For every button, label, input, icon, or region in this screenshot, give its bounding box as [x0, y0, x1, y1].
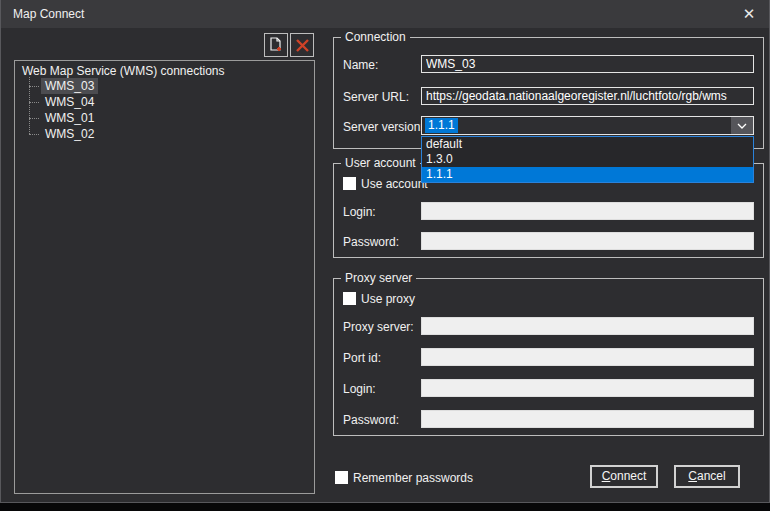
version-dropdown-list: default 1.3.0 1.1.1 — [421, 136, 754, 183]
cancel-button[interactable]: Cancel — [674, 465, 740, 488]
proxy-server-label: Proxy server: — [343, 320, 414, 334]
connection-group-legend: Connection — [341, 30, 410, 44]
window-bottom-edge — [0, 503, 770, 511]
account-password-label: Password: — [343, 235, 399, 249]
server-version-combobox[interactable]: 1.1.1 — [421, 116, 754, 135]
use-proxy-checkbox[interactable] — [343, 292, 356, 305]
tree-item-wms-04[interactable]: WMS_04 — [29, 94, 98, 110]
server-version-label: Server version: — [343, 120, 424, 134]
delete-connection-button[interactable] — [290, 33, 314, 57]
version-option-1-1-1[interactable]: 1.1.1 — [422, 167, 753, 182]
account-login-label: Login: — [343, 205, 376, 219]
remember-passwords-checkbox[interactable] — [335, 471, 348, 484]
proxy-server-input[interactable] — [421, 317, 754, 335]
combo-dropdown-button[interactable] — [731, 117, 753, 134]
port-id-label: Port id: — [343, 351, 381, 365]
tree-branch-line — [29, 86, 39, 87]
name-label: Name: — [343, 58, 378, 72]
tree-item-wms-03[interactable]: WMS_03 — [29, 78, 98, 94]
map-connect-dialog: Map Connect ✕ Web Map Service (WMS) conn… — [0, 0, 770, 503]
tree-item-wms-01[interactable]: WMS_01 — [29, 110, 98, 126]
proxy-login-label: Login: — [343, 382, 376, 396]
chevron-down-icon — [737, 123, 747, 129]
proxy-server-group-legend: Proxy server — [341, 271, 416, 285]
port-id-input[interactable] — [421, 348, 754, 366]
account-login-input[interactable] — [421, 202, 754, 220]
tree-branch-line — [29, 134, 39, 135]
window-title: Map Connect — [13, 7, 84, 21]
use-proxy-label: Use proxy — [361, 292, 415, 306]
wms-tree-panel: Web Map Service (WMS) connections WMS_03… — [14, 60, 315, 494]
tree-root-label[interactable]: Web Map Service (WMS) connections — [22, 64, 225, 78]
name-input[interactable] — [421, 55, 754, 73]
new-connection-button[interactable] — [264, 33, 288, 57]
combo-selected-value: 1.1.1 — [425, 118, 458, 133]
remember-passwords-label: Remember passwords — [353, 471, 473, 485]
close-icon[interactable]: ✕ — [740, 5, 758, 23]
proxy-password-input[interactable] — [421, 410, 754, 428]
use-account-checkbox[interactable] — [343, 177, 356, 190]
version-option-1-3-0[interactable]: 1.3.0 — [422, 152, 753, 167]
proxy-login-input[interactable] — [421, 379, 754, 397]
tree-item-wms-02[interactable]: WMS_02 — [29, 126, 98, 142]
delete-x-icon — [295, 38, 310, 53]
titlebar: Map Connect ✕ — [1, 0, 769, 28]
tree-branch-line — [29, 102, 39, 103]
connect-button[interactable]: Connect — [590, 465, 658, 488]
version-option-default[interactable]: default — [422, 137, 753, 152]
tree-branch-line — [29, 118, 39, 119]
account-password-input[interactable] — [421, 232, 754, 250]
user-account-group-legend: User account — [341, 156, 420, 170]
server-url-input[interactable] — [421, 87, 754, 105]
proxy-password-label: Password: — [343, 413, 399, 427]
server-url-label: Server URL: — [343, 90, 409, 104]
new-document-icon — [268, 37, 284, 54]
use-account-label: Use account — [361, 177, 428, 191]
